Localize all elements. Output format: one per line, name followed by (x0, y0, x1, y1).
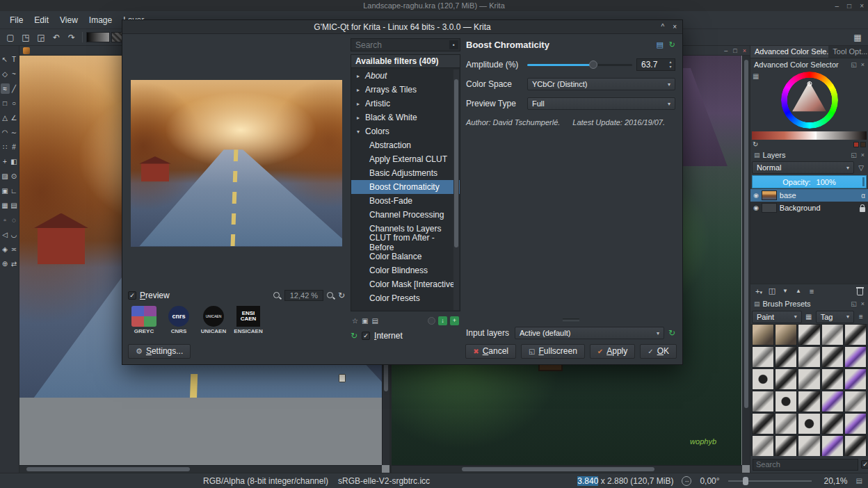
undo-button[interactable]: ↶ (49, 31, 63, 44)
reference-images-tool[interactable]: ▤ (10, 200, 19, 211)
filter-tree-row[interactable]: CLUT from After - Before (351, 236, 460, 250)
tag-dropdown[interactable]: Tag ▾ (816, 311, 854, 323)
duplicate-layer-button[interactable]: ◫ (766, 286, 778, 295)
spin-down-icon[interactable]: ▾ (669, 65, 671, 70)
settings-button[interactable]: ⚙ Settings... (128, 344, 191, 359)
brush-view-grid-icon[interactable]: ▦ (803, 313, 814, 320)
workspace-chooser-icon[interactable]: ▦ (851, 31, 865, 44)
filter-in-tag-checkbox[interactable]: ✓ (861, 460, 868, 469)
image-size-text[interactable]: 3.840 x 2.880 (120,7 MiB) (577, 476, 673, 486)
layer-visibility-icon[interactable]: ◉ (753, 192, 759, 199)
greyc-logo[interactable]: GREYC (129, 306, 159, 334)
move-layer-up-button[interactable]: ▲ (793, 288, 804, 294)
menu-view[interactable]: View (54, 13, 83, 27)
move-layer-down-button[interactable]: ▼ (780, 288, 791, 294)
cnrs-logo[interactable]: cnrs CNRS (164, 306, 193, 334)
zoom-tool[interactable]: ⊕ (1, 259, 10, 269)
input-layers-dropdown[interactable]: Active (default) ▾ (515, 327, 664, 339)
brush-close-icon[interactable]: × (861, 300, 865, 307)
zoom-level-text[interactable]: 20,1% (820, 476, 848, 486)
inherit-alpha-icon[interactable]: α (861, 192, 865, 200)
minimize-button[interactable]: – (835, 2, 839, 10)
ok-button[interactable]: ✓ OK (640, 344, 677, 359)
filter-tree-row[interactable]: Color Presets (351, 291, 460, 305)
brush-preset[interactable] (844, 391, 867, 412)
menu-file[interactable]: File (4, 13, 29, 27)
layer-row-background[interactable]: ◉ Background (750, 202, 868, 214)
ellipse-select-tool[interactable]: ◌ (10, 215, 19, 225)
subwindow-minimize-button[interactable]: – (724, 47, 728, 54)
brush-preset[interactable] (775, 391, 797, 412)
filter-tree-row[interactable]: Channel Processing (351, 208, 460, 222)
history-swatch-dark[interactable] (860, 142, 866, 147)
brush-preset[interactable] (775, 368, 797, 390)
tree-arrow-icon[interactable]: ▸ (357, 73, 362, 79)
dynamic-brush-tool[interactable]: ∼ (10, 127, 19, 138)
canvas-annotation-icon[interactable] (339, 374, 346, 382)
brush-preset[interactable] (844, 324, 867, 345)
transform-tool[interactable]: ↖ (1, 54, 10, 65)
zoom-slider[interactable] (728, 476, 812, 486)
shade-strip-neutral[interactable] (817, 131, 867, 140)
color-history-refresh-icon[interactable]: ↻ (753, 140, 758, 148)
close-docker-icon[interactable]: × (861, 61, 865, 68)
delete-layer-button[interactable] (856, 287, 864, 295)
layer-properties-button[interactable]: ≡ (806, 287, 817, 295)
filter-tree-row[interactable]: Color Blindness (351, 263, 460, 277)
gradient-tool[interactable]: ▨ (1, 171, 10, 181)
open-document-button[interactable]: ◳ (19, 31, 33, 44)
brush-preset[interactable] (798, 346, 820, 368)
brush-preset[interactable] (775, 346, 797, 368)
zoom-out-icon[interactable] (273, 291, 282, 300)
move-tool[interactable]: + (1, 156, 10, 167)
brush-preset[interactable] (844, 413, 867, 434)
brush-float-icon[interactable]: ◱ (851, 300, 857, 307)
subwindow-restore-button[interactable]: □ (733, 47, 737, 54)
maximize-button[interactable]: □ (847, 2, 851, 10)
preview-zoom-value[interactable]: 12,42 % (284, 290, 323, 301)
fill-tool[interactable]: ◧ (10, 156, 19, 167)
tree-arrow-icon[interactable]: ▸ (357, 87, 362, 93)
zoom-slider-handle[interactable] (743, 477, 748, 485)
pan-tool[interactable]: ⇄ (10, 259, 19, 269)
right-view-horizontal-scrollbar[interactable] (392, 465, 742, 473)
brush-preset[interactable] (775, 324, 797, 345)
update-filters-icon[interactable]: ↻ (351, 331, 357, 341)
brush-preset[interactable] (821, 368, 844, 390)
tree-arrow-icon[interactable]: ▸ (357, 101, 362, 107)
ensicaen-logo[interactable]: ENSICAEN ENSICAEN (234, 306, 263, 334)
fullscreen-button[interactable]: ◱ Fullscreen (521, 344, 585, 359)
brush-preset[interactable] (752, 391, 774, 412)
brush-mode-dropdown[interactable]: Paint ▾ (752, 311, 802, 323)
float-docker-icon[interactable]: ◱ (851, 61, 857, 68)
brush-preset[interactable] (821, 346, 844, 368)
filter-tree-row[interactable]: ▸ Black & White (351, 111, 460, 124)
filter-tree-row[interactable]: ▸ About (351, 69, 460, 83)
brush-preset[interactable] (821, 391, 844, 412)
redo-button[interactable]: ↷ (65, 31, 79, 44)
layer-visibility-icon[interactable]: ◉ (753, 204, 759, 211)
download-filters-icon[interactable]: ↓ (438, 316, 447, 325)
blend-mode-dropdown[interactable]: Normal ▾ (752, 161, 854, 174)
shade-selector[interactable] (752, 131, 867, 140)
layers-close-icon[interactable]: × (861, 152, 865, 158)
amplitude-slider[interactable] (527, 60, 632, 70)
color-selector-settings-icon[interactable]: ▦ (753, 72, 759, 80)
brush-preset[interactable] (798, 324, 820, 345)
brush-preset[interactable] (844, 346, 867, 368)
brush-preset[interactable] (752, 324, 774, 345)
history-swatch-red[interactable] (853, 142, 859, 147)
color-sampler-tool[interactable]: ⊙ (10, 171, 19, 181)
filter-tree-row[interactable]: ▸ Arrays & Tiles (351, 83, 460, 97)
right-view-vertical-scrollbar[interactable] (742, 56, 750, 465)
filter-tree-row[interactable]: ▸ Artistic (351, 97, 460, 111)
copy-command-icon[interactable]: ▤ (656, 40, 663, 49)
similar-select-tool[interactable]: ≍ (10, 244, 19, 254)
menu-image[interactable]: Image (83, 13, 118, 27)
edit-shapes-tool[interactable]: ◇ (1, 69, 10, 79)
subwindow-close-button[interactable]: × (743, 47, 746, 54)
brush-preset[interactable] (752, 435, 774, 456)
refresh-input-layers-icon[interactable]: ↻ (668, 328, 675, 338)
filter-tree-row[interactable]: Basic Adjustments (351, 166, 460, 180)
menu-edit[interactable]: Edit (29, 13, 54, 27)
